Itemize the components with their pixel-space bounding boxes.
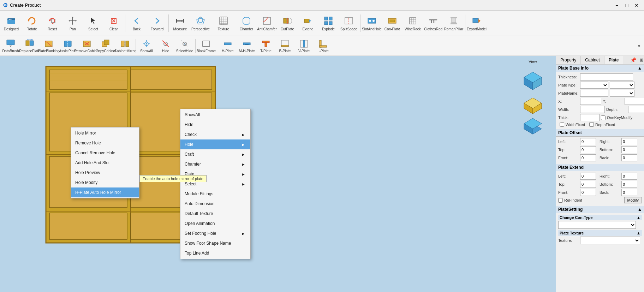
showall-button[interactable]: ShowAll bbox=[137, 37, 156, 55]
view-cube-svg[interactable] bbox=[517, 65, 549, 97]
small-blue-cube-svg[interactable] bbox=[517, 118, 549, 138]
submenu-add-hole-and-slot[interactable]: Add Hole And Slot bbox=[71, 158, 139, 168]
toolbar-expand-arrow[interactable]: » bbox=[638, 43, 640, 48]
x-input[interactable] bbox=[580, 98, 601, 105]
l-plate-button[interactable]: L-Plate bbox=[314, 37, 332, 55]
platetype-select2[interactable] bbox=[610, 82, 634, 89]
platename-select[interactable] bbox=[610, 90, 634, 97]
tab-property[interactable]: Property bbox=[556, 56, 581, 64]
menu-chamfer[interactable]: Chamfer ▶ bbox=[180, 159, 250, 169]
b-plate-button[interactable]: B-Plate bbox=[276, 37, 294, 55]
explode-button[interactable]: Explode bbox=[318, 11, 338, 35]
rotate-button[interactable]: Rotate bbox=[22, 11, 42, 35]
removecabinet-button[interactable]: RemoveCabinet bbox=[78, 37, 96, 55]
cabinetmirror-button[interactable]: CabinetMirror bbox=[116, 37, 134, 55]
platename-input[interactable] bbox=[580, 90, 608, 97]
selecthide-button[interactable]: SelectHide bbox=[175, 37, 194, 55]
extend-top-input[interactable] bbox=[580, 181, 596, 188]
submenu-hole-modify[interactable]: Hole Modify bbox=[71, 178, 139, 187]
plate-base-info-header[interactable]: Plate Base Info ▲ bbox=[556, 65, 644, 72]
back-button[interactable]: Back bbox=[127, 11, 147, 35]
romanpillar-button[interactable]: RomanPillar bbox=[444, 11, 464, 35]
menu-auto-dimension[interactable]: Auto Dimension bbox=[180, 199, 250, 209]
width-fixed-checkbox[interactable] bbox=[560, 122, 564, 127]
h-plate-button[interactable]: H-Plate bbox=[219, 37, 237, 55]
texture-button[interactable]: Texture bbox=[214, 11, 233, 35]
extend-left-input[interactable] bbox=[580, 173, 596, 180]
blankframe-button[interactable]: BlankFrame bbox=[197, 37, 215, 55]
hide-button[interactable]: Hide bbox=[156, 37, 175, 55]
con-plate-dropdown-arrow[interactable]: ▼ bbox=[398, 27, 401, 30]
plate-texture-header[interactable]: Plate Texture ▲ bbox=[558, 230, 642, 236]
thickness-input[interactable] bbox=[580, 73, 633, 81]
extend-button[interactable]: Extend bbox=[298, 11, 318, 35]
offset-right-input[interactable] bbox=[621, 138, 637, 145]
menu-module-fittings[interactable]: Module Fittings bbox=[180, 189, 250, 199]
menu-craft[interactable]: Craft ▶ bbox=[180, 149, 250, 159]
width-input[interactable] bbox=[580, 106, 605, 113]
yellow-cube-svg[interactable] bbox=[517, 98, 549, 117]
menu-default-texture[interactable]: Default Texture bbox=[180, 209, 250, 219]
offset-left-input[interactable] bbox=[580, 138, 596, 145]
panel-resize-handle[interactable]: ⊞ bbox=[639, 57, 644, 63]
menu-check[interactable]: Check ▶ bbox=[180, 130, 250, 139]
con-plate-button[interactable]: Con-Plate bbox=[382, 11, 402, 35]
y-input[interactable] bbox=[625, 98, 644, 105]
designed-button[interactable]: Designed bbox=[1, 11, 21, 35]
menu-hide[interactable]: Hide bbox=[180, 120, 250, 130]
depth-input[interactable] bbox=[628, 106, 644, 113]
t-plate-button[interactable]: T-Plate bbox=[257, 37, 275, 55]
perspective-button[interactable]: Perspective bbox=[191, 11, 210, 35]
chamfer-button[interactable]: Chamfer bbox=[237, 11, 256, 35]
databrush-button[interactable]: DataBrush bbox=[1, 37, 20, 55]
m-h-plate-button[interactable]: M-H-Plate bbox=[238, 37, 256, 55]
offset-front-input[interactable] bbox=[580, 154, 596, 161]
minimize-button[interactable]: − bbox=[612, 1, 621, 9]
depth-fixed-checkbox[interactable] bbox=[589, 122, 594, 127]
plate-extend-header[interactable]: Plate Extend bbox=[556, 164, 644, 171]
extend-right-input[interactable] bbox=[621, 173, 637, 180]
submenu-hole-preview[interactable]: Hole Preview bbox=[71, 168, 139, 178]
replaceplate-button[interactable]: LCAD ReplacePlate bbox=[20, 37, 39, 55]
plateblanking-button[interactable]: PlateBlanking bbox=[40, 37, 58, 55]
measure-button[interactable]: Measure bbox=[170, 11, 190, 35]
menu-showall[interactable]: ShowAll bbox=[180, 110, 250, 120]
antichamfer-button[interactable]: AntiChamfer bbox=[257, 11, 277, 35]
submenu-cancel-remove-hole[interactable]: Cancel Remove Hole bbox=[71, 148, 139, 158]
close-button[interactable]: ✕ bbox=[632, 1, 641, 9]
plate-setting-header[interactable]: PlateSetting ▲ bbox=[556, 206, 644, 213]
menu-open-animation[interactable]: Open Animation bbox=[180, 219, 250, 228]
submenu-h-plate-auto-hole-mirror[interactable]: H-Plate Auto Hole Mirror bbox=[71, 187, 139, 197]
offset-top-input[interactable] bbox=[580, 146, 596, 153]
v-plate-button[interactable]: V-Plate bbox=[295, 37, 313, 55]
forward-button[interactable]: Forward bbox=[147, 11, 167, 35]
texture-select[interactable] bbox=[580, 237, 640, 244]
menu-show-foor-shape-name[interactable]: Show Foor Shape Name bbox=[180, 238, 250, 248]
con-type-select[interactable] bbox=[558, 221, 636, 229]
platetype-select1[interactable] bbox=[580, 82, 608, 89]
exportmodel-button[interactable]: ExportModel bbox=[467, 11, 487, 35]
thick-input[interactable] bbox=[580, 114, 600, 121]
clothesrod-button[interactable]: ClothesRod bbox=[423, 11, 443, 35]
menu-hole[interactable]: Hole ▶ bbox=[180, 139, 250, 149]
extend-front-input[interactable] bbox=[580, 189, 596, 196]
cutplate-button[interactable]: CutPlate bbox=[278, 11, 297, 35]
pan-button[interactable]: Pan bbox=[63, 11, 83, 35]
canvas-area[interactable]: View bbox=[0, 56, 556, 292]
offset-back-input[interactable] bbox=[621, 154, 637, 161]
panel-pin-icon[interactable]: 📌 bbox=[628, 56, 638, 64]
extend-bottom-input[interactable] bbox=[621, 181, 637, 188]
modify-button[interactable]: Modify bbox=[624, 197, 642, 203]
submenu-hole-mirror[interactable]: Hole Mirror bbox=[71, 128, 139, 138]
tab-plate[interactable]: Plate bbox=[604, 56, 624, 64]
extend-back-input[interactable] bbox=[621, 189, 637, 196]
copycabinet-button[interactable]: CopyCabinet bbox=[97, 37, 115, 55]
change-con-type-header[interactable]: Change Con-Type ▲ bbox=[558, 215, 642, 220]
splitspace-button[interactable]: SplitSpace bbox=[339, 11, 359, 35]
menu-set-footing-hole[interactable]: Set Footing Hole ▶ bbox=[180, 228, 250, 238]
one-key-modify-checkbox[interactable] bbox=[601, 115, 606, 120]
plate-offset-header[interactable]: Plate Offset bbox=[556, 129, 644, 137]
maximize-button[interactable]: □ bbox=[622, 1, 631, 9]
slotandhole-button[interactable]: SlotAndHole bbox=[362, 11, 382, 35]
offset-bottom-input[interactable] bbox=[621, 146, 637, 153]
